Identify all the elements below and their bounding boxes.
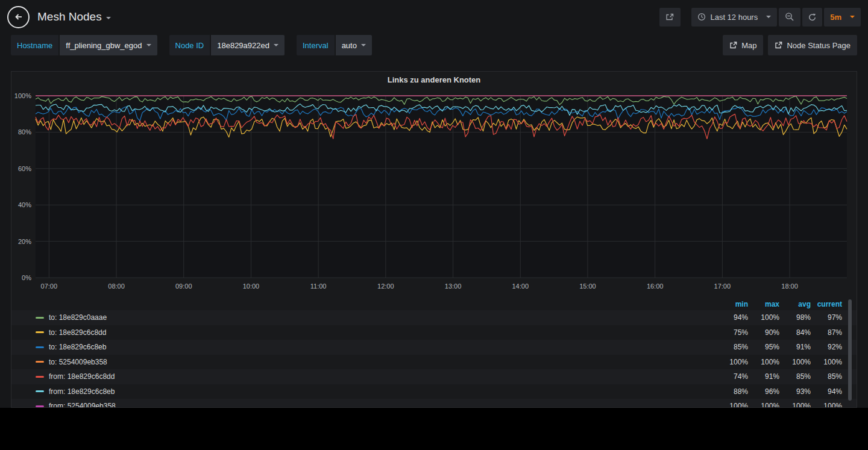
legend-avg-value: 93% xyxy=(779,387,811,396)
variable-node-id-dropdown[interactable]: 18e829a922ed xyxy=(211,35,285,55)
legend-row[interactable]: to: 18e829c6c8eb85%95%91%92% xyxy=(11,340,857,355)
legend-row[interactable]: to: 18e829c6c8dd75%90%84%87% xyxy=(11,325,857,340)
legend-header: min max avg current xyxy=(11,298,857,310)
node-status-page-link-button[interactable]: Node Status Page xyxy=(768,35,857,55)
legend-min-value: 94% xyxy=(717,313,748,322)
variable-interval-value: auto xyxy=(342,41,357,50)
share-button[interactable] xyxy=(659,8,681,27)
legend-rows: to: 18e829c0aaae94%100%98%97%to: 18e829c… xyxy=(11,310,857,407)
refresh-button[interactable] xyxy=(802,8,822,27)
svg-text:18:00: 18:00 xyxy=(781,283,798,290)
legend-max-value: 100% xyxy=(748,313,779,322)
legend-avg-value: 85% xyxy=(779,372,811,381)
legend-current-value: 100% xyxy=(811,358,842,366)
refresh-interval-dropdown[interactable]: 5m xyxy=(824,8,861,27)
variable-node-id-value: 18e829a922ed xyxy=(217,41,269,50)
legend-row[interactable]: to: 5254009eb358100%100%100%100% xyxy=(11,355,857,370)
svg-text:09:00: 09:00 xyxy=(175,283,192,290)
caret-down-icon xyxy=(146,44,151,46)
clock-icon xyxy=(697,13,706,21)
svg-text:80%: 80% xyxy=(18,128,31,136)
legend-max-value: 95% xyxy=(748,343,779,351)
timeseries-chart[interactable]: 0%20%40%60%80%100%07:0008:0009:0010:0011… xyxy=(11,89,857,298)
panel-title[interactable]: Links zu anderen Knoten xyxy=(11,72,857,89)
legend-avg-value: 100% xyxy=(779,402,811,407)
legend-scrollbar[interactable] xyxy=(848,299,852,401)
node-status-page-link-label: Node Status Page xyxy=(787,41,851,50)
map-link-button[interactable]: Map xyxy=(723,35,763,55)
svg-text:13:00: 13:00 xyxy=(445,283,462,290)
legend-current-value: 97% xyxy=(811,313,842,322)
legend-col-min[interactable]: min xyxy=(717,300,748,308)
svg-text:12:00: 12:00 xyxy=(377,283,394,290)
variable-hostname-value: ff_pliening_gbw_egod xyxy=(66,41,142,50)
legend-series-name: to: 18e829c6c8dd xyxy=(49,328,106,337)
legend-current-value: 85% xyxy=(811,372,842,381)
dashboard-title-dropdown[interactable]: Mesh Nodes xyxy=(37,10,111,23)
variable-hostname-label: Hostname xyxy=(11,35,58,55)
svg-text:20%: 20% xyxy=(18,238,31,245)
panel-links-zu-anderen-knoten: Links zu anderen Knoten 0%20%40%60%80%10… xyxy=(11,71,857,408)
share-icon xyxy=(665,13,675,21)
legend-series-name: to: 18e829c0aaae xyxy=(49,313,107,322)
svg-text:14:00: 14:00 xyxy=(512,283,529,290)
svg-text:100%: 100% xyxy=(14,92,31,99)
variable-node-id-label: Node ID xyxy=(169,35,210,55)
caret-down-icon xyxy=(361,44,366,46)
legend-max-value: 91% xyxy=(748,372,779,381)
legend-current-value: 92% xyxy=(811,343,842,351)
series-color-swatch[interactable] xyxy=(36,390,44,392)
legend-max-value: 96% xyxy=(748,387,779,396)
series-color-swatch[interactable] xyxy=(36,376,44,378)
grafana-dashboard: Mesh Nodes Last 12 hours xyxy=(0,0,868,408)
svg-text:17:00: 17:00 xyxy=(714,283,731,290)
legend-min-value: 85% xyxy=(717,343,748,351)
legend-current-value: 100% xyxy=(811,402,842,407)
caret-down-icon xyxy=(106,17,111,19)
legend-series-name: from: 18e829c6c8eb xyxy=(49,387,115,396)
legend-row[interactable]: from: 18e829c6c8eb88%96%93%94% xyxy=(11,384,857,399)
external-link-icon xyxy=(775,42,782,49)
series-color-swatch[interactable] xyxy=(36,317,44,319)
legend-min-value: 100% xyxy=(717,358,748,366)
legend-series-name: to: 18e829c6c8eb xyxy=(49,343,106,351)
variable-interval: Interval auto xyxy=(297,35,372,55)
legend-col-current[interactable]: current xyxy=(811,300,842,308)
external-link-icon xyxy=(729,42,737,49)
back-button[interactable] xyxy=(7,6,30,28)
legend-current-value: 94% xyxy=(811,387,842,396)
legend-col-max[interactable]: max xyxy=(748,300,779,308)
series-color-swatch[interactable] xyxy=(36,331,44,333)
series-color-swatch[interactable] xyxy=(36,361,44,363)
refresh-interval-label: 5m xyxy=(830,13,841,22)
legend-avg-value: 98% xyxy=(779,313,811,322)
series-color-swatch[interactable] xyxy=(36,405,44,407)
legend-series-name: to: 5254009eb358 xyxy=(49,358,107,366)
back-arrow-icon xyxy=(13,11,24,22)
navbar: Mesh Nodes Last 12 hours xyxy=(0,0,868,34)
legend-col-avg[interactable]: avg xyxy=(779,300,811,308)
legend-avg-value: 84% xyxy=(779,328,811,337)
legend-row[interactable]: to: 18e829c0aaae94%100%98%97% xyxy=(11,310,857,325)
legend-max-value: 100% xyxy=(748,402,779,407)
variable-hostname-dropdown[interactable]: ff_pliening_gbw_egod xyxy=(60,35,157,55)
svg-text:60%: 60% xyxy=(18,165,31,172)
refresh-icon xyxy=(808,13,816,21)
zoom-out-button[interactable] xyxy=(779,8,800,27)
variable-interval-label: Interval xyxy=(297,35,335,55)
svg-text:15:00: 15:00 xyxy=(579,283,596,290)
legend-row[interactable]: from: 5254009eb358100%100%100%100% xyxy=(11,399,857,407)
legend-avg-value: 100% xyxy=(779,358,811,366)
series-color-swatch[interactable] xyxy=(36,346,44,348)
time-range-picker[interactable]: Last 12 hours xyxy=(691,8,777,27)
svg-text:07:00: 07:00 xyxy=(41,283,58,290)
legend-row[interactable]: from: 18e829c6c8dd74%91%85%85% xyxy=(11,369,857,384)
variable-interval-dropdown[interactable]: auto xyxy=(336,35,372,55)
caret-down-icon xyxy=(274,44,278,46)
caret-down-icon xyxy=(766,16,771,18)
legend-min-value: 100% xyxy=(717,402,748,407)
map-link-label: Map xyxy=(741,41,756,50)
svg-text:11:00: 11:00 xyxy=(310,283,327,290)
legend-max-value: 100% xyxy=(748,358,779,366)
legend-max-value: 90% xyxy=(748,328,779,337)
